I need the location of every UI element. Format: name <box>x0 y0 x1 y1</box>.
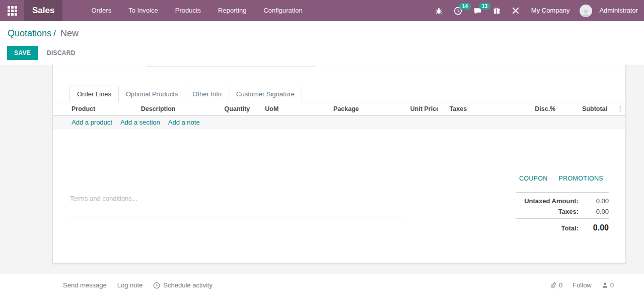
paperclip-icon <box>550 282 557 289</box>
follower-person-icon <box>602 282 608 288</box>
column-header-quantity[interactable]: Quantity <box>221 105 250 112</box>
column-header-subtotal[interactable]: Subtotal <box>555 105 607 112</box>
systray: 14 13 <box>431 0 644 21</box>
notebook: Order Lines Optional Products Other Info… <box>53 85 625 129</box>
attachment-count: 0 <box>559 281 562 289</box>
current-app-name[interactable]: Sales <box>24 0 62 21</box>
column-options-icon[interactable]: ⋮ <box>617 105 623 112</box>
total-value: 0.00 <box>579 223 609 232</box>
order-lines-header-row: Product Description Quantity UoM Package… <box>53 102 625 115</box>
order-lines-add-row: Add a product Add a section Add a note <box>53 115 625 129</box>
user-avatar[interactable] <box>580 5 592 17</box>
chatter-bar: Send message Log note Schedule activity … <box>0 274 644 296</box>
promotions-button[interactable]: PROMOTIONS <box>559 175 603 182</box>
coupon-button[interactable]: COUPON <box>519 175 548 182</box>
followers-button[interactable]: 0 <box>602 281 614 289</box>
column-header-description[interactable]: Description <box>141 105 222 112</box>
follow-button[interactable]: Follow <box>573 281 592 289</box>
menu-configuration[interactable]: Configuration <box>257 0 309 21</box>
activities-button[interactable]: 14 <box>449 0 467 21</box>
avatar-person-icon <box>581 9 591 17</box>
terms-and-conditions-input[interactable] <box>69 193 402 217</box>
taxes-value: 0.00 <box>579 208 609 215</box>
gift-icon <box>493 7 500 15</box>
follower-count: 0 <box>610 281 614 289</box>
breadcrumb-quotations-link[interactable]: Quotations <box>8 28 51 38</box>
debug-bug-icon[interactable] <box>431 0 447 21</box>
top-navbar: Sales Orders To Invoice Products Reporti… <box>0 0 644 21</box>
bug-icon <box>435 7 443 15</box>
tab-bar: Order Lines Optional Products Other Info… <box>53 85 625 102</box>
messages-button[interactable]: 13 <box>469 0 486 21</box>
apps-menu-button[interactable] <box>0 0 24 21</box>
page: Sales Orders To Invoice Products Reporti… <box>0 0 644 296</box>
column-header-disc[interactable]: Disc.% <box>527 105 555 112</box>
tab-other-info[interactable]: Other Info <box>185 86 229 102</box>
untaxed-amount-label: Untaxed Amount: <box>524 197 579 205</box>
log-note-button[interactable]: Log note <box>117 281 143 289</box>
schedule-activity-button[interactable]: Schedule activity <box>153 281 212 289</box>
tab-optional-products[interactable]: Optional Products <box>119 86 185 102</box>
apps-grid-icon <box>8 6 17 16</box>
add-a-note-link[interactable]: Add a note <box>168 119 200 126</box>
column-header-unit-price[interactable]: Unit Price <box>410 105 438 112</box>
tab-customer-signature[interactable]: Customer Signature <box>229 86 302 102</box>
company-menu[interactable]: My Company <box>526 0 575 21</box>
tab-order-lines[interactable]: Order Lines <box>69 86 119 102</box>
add-a-product-link[interactable]: Add a product <box>71 119 112 126</box>
form-sheet: Order Lines Optional Products Other Info… <box>52 65 626 264</box>
schedule-clock-icon <box>153 282 160 289</box>
partial-field-underline <box>146 67 316 67</box>
form-view-background: Order Lines Optional Products Other Info… <box>0 65 644 274</box>
column-header-package[interactable]: Package <box>333 105 410 112</box>
app-menus: Orders To Invoice Products Reporting Con… <box>85 0 309 21</box>
menu-to-invoice[interactable]: To Invoice <box>122 0 165 21</box>
support-tools-button[interactable] <box>507 0 524 21</box>
discard-button[interactable]: DISCARD <box>47 49 76 56</box>
totals-divider-bottom <box>516 218 609 219</box>
send-message-button[interactable]: Send message <box>63 281 107 289</box>
add-a-section-link[interactable]: Add a section <box>120 119 160 126</box>
menu-reporting[interactable]: Reporting <box>211 0 253 21</box>
menu-products[interactable]: Products <box>169 0 207 21</box>
attachments-button[interactable]: 0 <box>550 281 562 289</box>
promo-buttons: COUPON PROMOTIONS <box>519 175 603 182</box>
breadcrumb: Quotations/ New <box>8 28 79 39</box>
column-header-product[interactable]: Product <box>71 105 141 112</box>
menu-orders[interactable]: Orders <box>85 0 118 21</box>
user-menu[interactable]: Administrator <box>594 0 643 21</box>
tools-icon <box>512 7 520 15</box>
column-header-taxes[interactable]: Taxes <box>438 105 528 112</box>
control-panel: Quotations/ New SAVE DISCARD <box>0 21 644 65</box>
untaxed-amount-value: 0.00 <box>579 197 609 205</box>
total-label: Total: <box>561 224 579 232</box>
taxes-label: Taxes: <box>558 208 579 215</box>
breadcrumb-separator: / <box>51 28 58 38</box>
gift-button[interactable] <box>488 0 505 21</box>
breadcrumb-current: New <box>60 28 79 38</box>
save-button[interactable]: SAVE <box>7 46 38 60</box>
totals-block: Untaxed Amount: 0.00 Taxes: 0.00 Total: … <box>516 191 609 234</box>
column-header-uom[interactable]: UoM <box>250 105 333 112</box>
totals-divider-top <box>516 192 609 193</box>
